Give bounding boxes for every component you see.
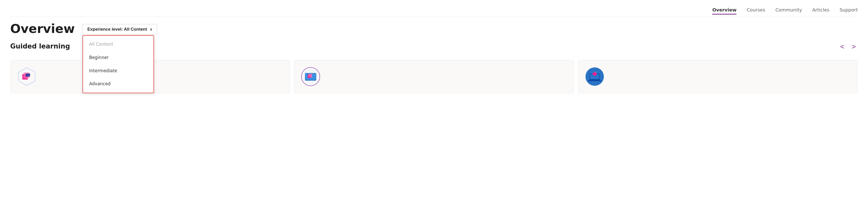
svg-rect-4 bbox=[26, 74, 30, 76]
page-title: Overview bbox=[10, 22, 75, 35]
dropdown-option-beginner[interactable]: Beginner bbox=[83, 51, 154, 64]
learning-card-3[interactable] bbox=[578, 60, 858, 93]
chevron-down-icon: ∨ bbox=[150, 27, 152, 31]
guided-learning-title: Guided learning bbox=[10, 42, 70, 50]
top-navigation: Overview Courses Community Articles Supp… bbox=[10, 5, 858, 17]
svg-rect-14 bbox=[588, 80, 601, 81]
nav-item-support[interactable]: Support bbox=[840, 5, 858, 14]
nav-item-overview[interactable]: Overview bbox=[712, 5, 737, 14]
svg-rect-10 bbox=[309, 74, 312, 77]
dropdown-option-intermediate[interactable]: Intermediate bbox=[83, 64, 154, 78]
main-content: Overview Experience level: All Content ∨… bbox=[10, 22, 858, 93]
page-wrapper: Overview Courses Community Articles Supp… bbox=[0, 0, 868, 205]
card-1-icon bbox=[17, 66, 37, 87]
nav-item-articles[interactable]: Articles bbox=[812, 5, 830, 14]
prev-arrow-button[interactable]: < bbox=[838, 42, 846, 52]
card-3-icon bbox=[585, 66, 605, 87]
card-2-icon bbox=[301, 66, 321, 87]
experience-level-dropdown-menu: All Content Beginner Intermediate Advanc… bbox=[83, 35, 154, 93]
learning-card-2[interactable] bbox=[294, 60, 574, 93]
next-arrow-button[interactable]: > bbox=[849, 42, 858, 52]
carousel-navigation: < > bbox=[838, 42, 858, 56]
nav-item-courses[interactable]: Courses bbox=[747, 5, 765, 14]
dropdown-button-label: Experience level: All Content bbox=[87, 27, 147, 32]
dropdown-option-all[interactable]: All Content bbox=[83, 38, 154, 51]
page-header: Overview Experience level: All Content ∨… bbox=[10, 22, 858, 35]
experience-level-dropdown-wrapper: Experience level: All Content ∨ All Cont… bbox=[83, 24, 157, 35]
nav-item-community[interactable]: Community bbox=[776, 5, 802, 14]
experience-level-dropdown-button[interactable]: Experience level: All Content ∨ bbox=[83, 24, 157, 35]
dropdown-option-advanced[interactable]: Advanced bbox=[83, 77, 154, 91]
